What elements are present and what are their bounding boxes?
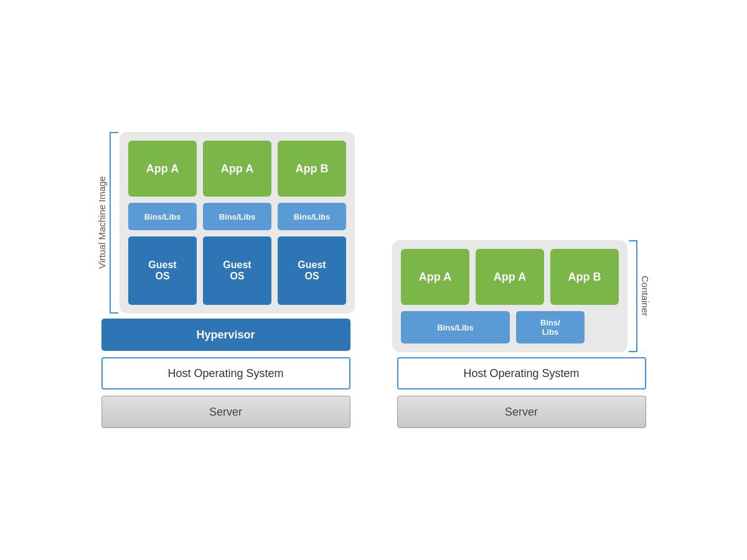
bins-2: Bins/Libs — [203, 203, 271, 230]
app-row: App A App A App B — [128, 141, 346, 197]
guest-os-3: GuestOS — [278, 236, 346, 305]
bins-row-r: Bins/Libs Bins/Libs — [401, 311, 619, 343]
bins-3: Bins/Libs — [278, 203, 346, 230]
server-box-right: Server — [397, 396, 646, 428]
vm-image-section: Virtual Machine Image App A App A App B … — [96, 132, 355, 314]
bins-small: Bins/Libs — [516, 311, 585, 343]
app-a-r1: App A — [401, 249, 469, 305]
diagram-wrapper: Virtual Machine Image App A App A App B … — [72, 107, 675, 453]
bins-wide: Bins/Libs — [401, 311, 510, 343]
vm-diagram: Virtual Machine Image App A App A App B … — [96, 132, 355, 428]
app-b-1: App B — [278, 141, 346, 197]
container-label: Container — [640, 240, 651, 352]
bracket-line-r — [629, 240, 637, 352]
app-row-r: App A App A App B — [401, 249, 619, 305]
container-diagram: App A App A App B Bins/Libs Bins/Libs Co… — [392, 240, 651, 428]
container-bracket-right — [629, 240, 637, 352]
bins-1: Bins/Libs — [128, 203, 197, 230]
guest-os-row: GuestOS GuestOS GuestOS — [128, 236, 346, 305]
host-os-box-left: Host Operating System — [101, 357, 350, 390]
app-a-1: App A — [128, 141, 197, 197]
app-b-r1: App B — [550, 249, 619, 305]
guest-os-2: GuestOS — [203, 236, 271, 305]
hypervisor-box: Hypervisor — [101, 319, 350, 351]
app-a-2: App A — [203, 141, 271, 197]
container-section: App A App A App B Bins/Libs Bins/Libs Co… — [392, 240, 651, 352]
server-box-left: Server — [101, 396, 350, 428]
vm-image-label: Virtual Machine Image — [96, 132, 107, 314]
guest-os-1: GuestOS — [128, 236, 197, 305]
container-box: App A App A App B Bins/Libs Bins/Libs — [392, 240, 627, 352]
host-os-box-right: Host Operating System — [397, 357, 646, 390]
vm-image-box: App A App A App B Bins/Libs Bins/Libs Bi… — [120, 132, 355, 314]
bracket-line — [110, 132, 118, 314]
bins-row: Bins/Libs Bins/Libs Bins/Libs — [128, 203, 346, 230]
vm-bracket-left — [110, 132, 118, 314]
app-a-r2: App A — [476, 249, 544, 305]
